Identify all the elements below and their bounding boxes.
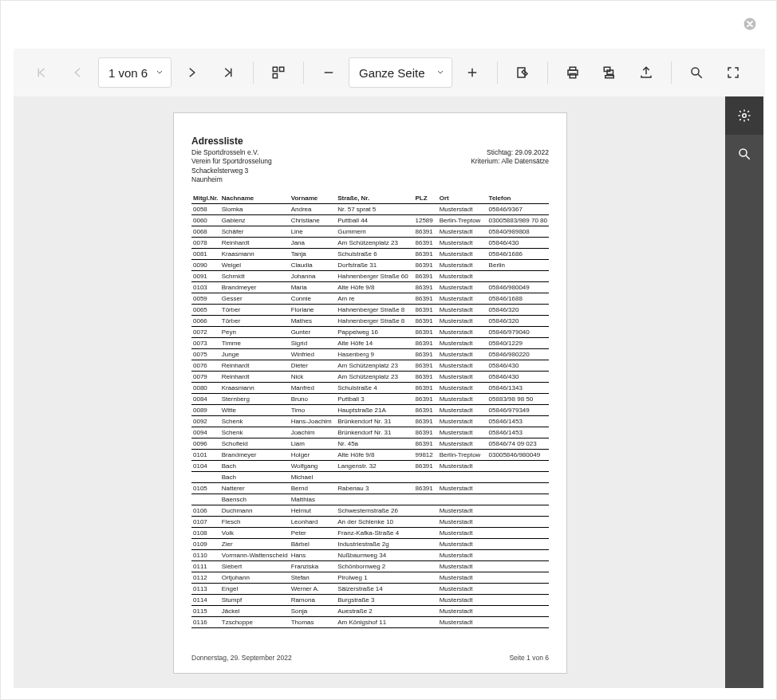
fullscreen-button[interactable] (716, 56, 750, 89)
cell-plz (414, 594, 438, 605)
cell-plz: 86391 (414, 293, 438, 304)
cell-str: Pirolweg 1 (336, 572, 413, 583)
cell-tel: 05846/979040 (487, 326, 549, 337)
svg-rect-2 (280, 67, 284, 71)
cell-str: Hauptstraße 21A (336, 404, 413, 415)
last-page-button[interactable] (211, 56, 245, 89)
kriterium-label: Kriterium: (471, 157, 499, 165)
cell-tel: 05846/1686 (487, 248, 549, 259)
settings-button[interactable] (725, 96, 763, 135)
zoom-select[interactable]: Ganze Seite (349, 57, 452, 88)
cell-nach: Weigel (220, 259, 290, 270)
cell-tel: 05846/1688 (487, 293, 549, 304)
cell-mgl: 0091 (191, 270, 220, 281)
prev-page-button[interactable] (61, 56, 95, 89)
svg-rect-4 (518, 68, 525, 77)
first-page-button[interactable] (25, 56, 58, 89)
cell-mgl: 0066 (191, 315, 220, 326)
table-row: 0075JungeWinfriedHasenberg 986391Musters… (191, 348, 549, 360)
cell-ort: Musterstadt (438, 516, 487, 527)
cell-mgl: 0076 (191, 360, 220, 371)
cell-vor: Winfried (290, 348, 337, 360)
cell-tel: 05846/74 09 023 (487, 438, 549, 449)
cell-vor: Hans-Joachim (290, 415, 337, 427)
edit-button[interactable] (506, 56, 539, 89)
cell-ort: Musterstadt (438, 560, 487, 572)
cell-str: Nußbaumweg 34 (336, 549, 413, 560)
cell-nach: Baensch (220, 494, 290, 505)
cell-plz (414, 505, 438, 516)
cell-mgl: 0104 (191, 460, 220, 471)
cell-ort: Musterstadt (438, 527, 487, 538)
page-select[interactable]: 1 von 6 (98, 57, 172, 88)
cell-vor: Thomas (290, 616, 337, 627)
search-button[interactable] (680, 56, 713, 89)
col-header-mgl: Mitgl.Nr. (191, 193, 220, 204)
viewer-workspace[interactable]: Adressliste Die Sportdrosseln e.V. Verei… (14, 96, 763, 688)
cell-mgl (191, 471, 220, 482)
svg-point-13 (740, 149, 747, 156)
cell-ort: Musterstadt (438, 337, 487, 348)
cell-ort: Musterstadt (438, 572, 487, 583)
cell-mgl: 0060 (191, 214, 220, 226)
search-panel-button[interactable] (725, 135, 763, 173)
cell-vor: Line (290, 226, 337, 237)
cell-str: Nr. 57 sprat 5 (336, 203, 413, 214)
cell-str: Puttball 44 (336, 214, 413, 226)
cell-plz (414, 527, 438, 538)
print-button[interactable] (556, 56, 590, 89)
report-title: Adressliste (191, 136, 549, 147)
cell-plz: 12589 (414, 214, 438, 226)
cell-tel: 05846/430 (487, 360, 549, 371)
cell-nach: Ortjohann (220, 572, 290, 583)
table-row: 0111SiebertFranziskaSchönbornweg 2Muster… (191, 560, 549, 572)
cell-str: Sälzerstraße 14 (336, 583, 413, 594)
table-row: 0084SternbergBrunoPuttball 386391Musters… (191, 393, 549, 404)
cell-str: Am re (336, 293, 413, 304)
col-header-strasse: Straße, Nr. (336, 193, 413, 204)
cell-tel: 03005883/989 70 80 (487, 214, 549, 226)
table-row: 0079ReinhardtNickAm Schützenplatz 238639… (191, 371, 549, 382)
table-row: 0073TimmeSigridAlte Höfe 1486391Musterst… (191, 337, 549, 348)
cell-str: Puttball 3 (336, 393, 413, 404)
col-header-vorname: Vorname (290, 193, 337, 204)
cell-tel: 05883/98 98 50 (487, 393, 549, 404)
cell-tel: 05846/980049 (487, 281, 549, 293)
cell-plz: 86391 (414, 404, 438, 415)
cell-ort: Musterstadt (438, 404, 487, 415)
export-button[interactable] (629, 56, 663, 89)
cell-ort: Musterstadt (438, 460, 487, 471)
cell-nach: Engel (220, 583, 290, 594)
table-row: BachMichael (191, 471, 549, 482)
cell-vor: Hans (290, 549, 337, 560)
org-line1: Die Sportdrosseln e.V. (191, 148, 272, 157)
cell-vor: Andrea (290, 203, 337, 214)
cell-plz: 86391 (414, 482, 438, 494)
cell-vor: Ramona (290, 594, 337, 605)
cell-ort: Musterstadt (438, 259, 487, 270)
cell-tel (487, 505, 549, 516)
cell-ort: Musterstadt (438, 438, 487, 449)
table-row: 0058SlomkaAndreaNr. 57 sprat 5Musterstad… (191, 203, 549, 214)
cell-plz: 86391 (414, 270, 438, 281)
cell-nach: Duchmann (220, 505, 290, 516)
print-all-button[interactable] (593, 56, 626, 89)
table-row: 0103BrandmeyerMariaAlte Höfe 9/886391Mus… (191, 281, 549, 293)
cell-vor: Helmut (290, 505, 337, 516)
close-button[interactable] (743, 17, 757, 31)
footer-date: Donnerstag, 29. September 2022 (191, 654, 292, 662)
cell-vor: Wolfgang (290, 460, 337, 471)
zoom-in-button[interactable] (456, 56, 489, 89)
next-page-button[interactable] (175, 56, 208, 89)
cell-tel: 05846/430 (487, 237, 549, 248)
cell-str: Industriestraße 2g (336, 538, 413, 549)
table-row: 0072PeynGunterPappelweg 1686391Mustersta… (191, 326, 549, 337)
cell-vor: Matthias (290, 494, 337, 505)
cell-tel (487, 616, 549, 627)
cell-mgl: 0092 (191, 415, 220, 427)
cell-vor: Sonja (290, 605, 337, 616)
cell-nach: Vormann-Wattenscheid (220, 549, 290, 560)
cell-str: Langenstr. 32 (336, 460, 413, 471)
zoom-out-button[interactable] (312, 56, 345, 89)
thumbnails-button[interactable] (262, 56, 295, 89)
